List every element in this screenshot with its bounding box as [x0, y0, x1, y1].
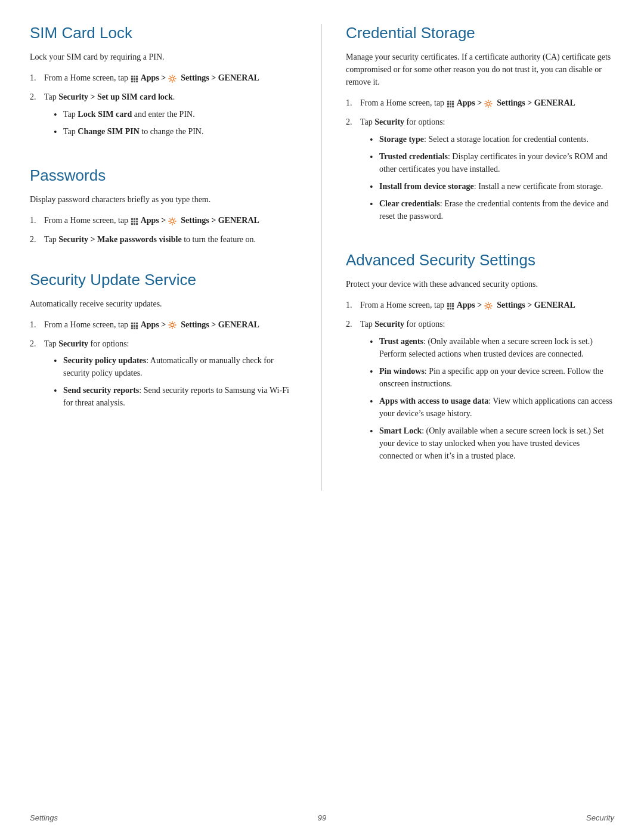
svg-rect-26 — [131, 327, 132, 329]
step-content: From a Home screen, tap Apps > Settings … — [44, 318, 298, 332]
svg-rect-3 — [131, 78, 132, 80]
step-content: Tap Security for options:Trust agents: (… — [360, 318, 614, 466]
step-text-part: From a Home screen, tap — [44, 320, 131, 329]
step-text-part: Tap — [360, 117, 374, 126]
section-title: Advanced Security Settings — [346, 251, 614, 270]
bullet-text: Trusted credentials — [379, 152, 448, 161]
svg-rect-46 — [447, 308, 448, 309]
step-text-part: Security > Set up SIM card lock — [58, 92, 173, 101]
step-content: From a Home screen, tap Apps > Settings … — [44, 72, 298, 85]
footer: Settings 99 Security — [0, 813, 644, 822]
footer-left: Settings — [30, 813, 58, 822]
bullet-text: Send security reports — [63, 386, 139, 395]
step-text-part: Apps > — [447, 301, 484, 309]
settings-icon — [168, 74, 178, 83]
bullet-text: Clear credentials — [379, 199, 440, 208]
step-number: 1. — [346, 299, 357, 312]
step-content: From a Home screen, tap Apps > Settings … — [360, 299, 614, 312]
svg-rect-23 — [131, 325, 132, 327]
svg-rect-21 — [134, 323, 135, 324]
step: 1.From a Home screen, tap Apps > Setting… — [346, 97, 614, 110]
step-text-part: for options: — [404, 117, 445, 126]
step: 1.From a Home screen, tap Apps > Setting… — [30, 214, 298, 227]
svg-rect-32 — [452, 101, 454, 103]
bullet-text: Storage type — [379, 135, 424, 144]
svg-rect-20 — [131, 323, 132, 324]
page-number: 99 — [318, 813, 326, 822]
step-text-part: . — [173, 92, 175, 101]
page-content: SIM Card LockLock your SIM card by requi… — [0, 0, 644, 538]
svg-rect-37 — [450, 106, 451, 107]
step: 2.Tap Security > Set up SIM card lock.Ta… — [30, 91, 298, 142]
bullet-text: Install from device storage — [379, 182, 474, 191]
step-text-part: Apps > — [447, 98, 484, 107]
bullet-text: Lock SIM card — [78, 110, 132, 119]
section-credential-storage: Credential StorageManage your security c… — [346, 24, 614, 227]
step-content: Tap Security for options:Security policy… — [44, 337, 298, 414]
svg-point-19 — [171, 219, 174, 222]
step-content: Tap Security > Set up SIM card lock.Tap … — [44, 91, 298, 142]
column-left: SIM Card LockLock your SIM card by requi… — [30, 24, 322, 491]
step-text-part: for options: — [88, 339, 129, 348]
svg-rect-27 — [134, 327, 135, 329]
bullet-item: Send security reports: Send security rep… — [54, 384, 298, 409]
bullet-list: Tap Lock SIM card and enter the PIN.Tap … — [54, 108, 298, 138]
step-content: From a Home screen, tap Apps > Settings … — [44, 214, 298, 227]
step-text-part: Settings > GENERAL — [179, 320, 259, 329]
svg-rect-31 — [450, 101, 451, 103]
bullet-text: Security policy updates — [63, 356, 146, 365]
settings-icon — [168, 320, 178, 330]
svg-rect-12 — [136, 218, 138, 220]
step-content: Tap Security for options:Storage type: S… — [360, 116, 614, 227]
step-number: 2. — [30, 337, 41, 414]
section-title: SIM Card Lock — [30, 24, 298, 42]
section-intro: Display password characters briefly as y… — [30, 193, 298, 206]
svg-point-9 — [171, 77, 174, 80]
svg-rect-0 — [131, 76, 132, 78]
svg-point-39 — [487, 102, 490, 105]
bullet-list: Storage type: Select a storage location … — [370, 133, 614, 222]
step-text-part: to turn the feature on. — [182, 235, 256, 244]
step-number: 1. — [30, 318, 41, 332]
svg-point-49 — [487, 304, 490, 307]
bullet-text: Pin windows — [379, 367, 425, 376]
svg-rect-28 — [136, 327, 138, 329]
svg-rect-38 — [452, 106, 454, 107]
section-title: Passwords — [30, 166, 298, 185]
section-intro: Lock your SIM card by requiring a PIN. — [30, 51, 298, 63]
step-number: 2. — [30, 91, 41, 142]
svg-rect-40 — [447, 303, 448, 305]
step-content: From a Home screen, tap Apps > Settings … — [360, 97, 614, 110]
svg-rect-41 — [450, 303, 451, 305]
svg-rect-35 — [452, 103, 454, 105]
step-number: 1. — [30, 72, 41, 85]
step-text-part: Apps > — [131, 216, 168, 225]
apps-icon — [131, 216, 140, 225]
svg-rect-24 — [134, 325, 135, 327]
step-text-part: Settings > GENERAL — [179, 73, 259, 82]
svg-rect-6 — [131, 80, 132, 82]
column-right: Credential StorageManage your security c… — [322, 24, 614, 491]
step: 2.Tap Security for options:Security poli… — [30, 337, 298, 414]
bullet-list: Security policy updates: Automatically o… — [54, 354, 298, 409]
settings-icon — [168, 216, 178, 226]
bullet-text: : Select a storage location for credenti… — [424, 135, 589, 144]
svg-rect-8 — [136, 80, 138, 82]
bullet-item: Clear credentials: Erase the credential … — [370, 197, 614, 222]
apps-icon — [447, 99, 456, 108]
section-title: Credential Storage — [346, 24, 614, 42]
svg-rect-18 — [136, 223, 138, 225]
svg-rect-16 — [131, 223, 132, 225]
svg-rect-48 — [452, 308, 454, 309]
section-intro: Automatically receive security updates. — [30, 298, 298, 310]
step: 1.From a Home screen, tap Apps > Setting… — [30, 318, 298, 332]
apps-icon — [131, 321, 140, 330]
step-number: 1. — [30, 214, 41, 227]
step-text-part: Settings > GENERAL — [179, 216, 259, 225]
step-text-part: From a Home screen, tap — [44, 73, 131, 82]
bullet-text: Apps with access to usage data — [379, 397, 488, 405]
step-text-part: for options: — [404, 320, 445, 329]
step: 2.Tap Security > Make passwords visible … — [30, 233, 298, 246]
step: 2.Tap Security for options:Storage type:… — [346, 116, 614, 227]
bullet-item: Security policy updates: Automatically o… — [54, 354, 298, 379]
